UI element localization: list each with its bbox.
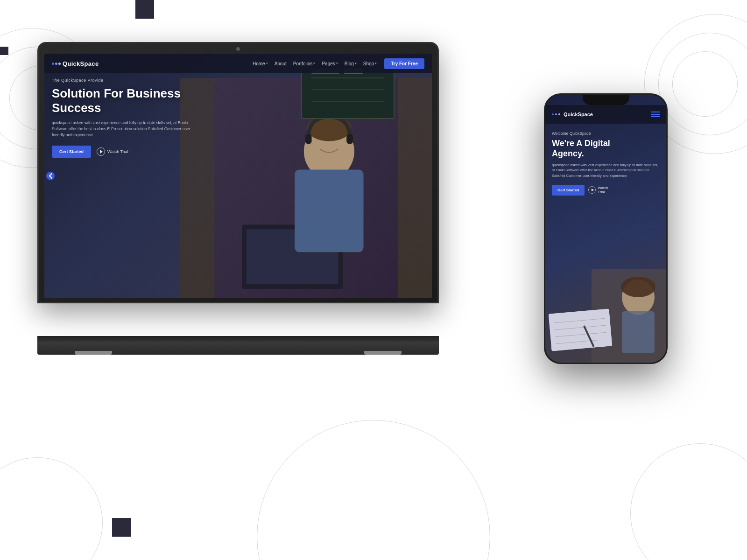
- portfolios-arrow-icon: ▾: [313, 62, 315, 65]
- decor-square-1: [135, 0, 154, 19]
- logo-text: QuickSpace: [63, 60, 99, 67]
- svg-rect-19: [549, 308, 612, 351]
- play-icon: [97, 147, 105, 156]
- watch-trial-button[interactable]: Watch Trial: [97, 147, 128, 156]
- decor-circle-bottom-center: [257, 420, 490, 560]
- phone-hero: Welcome QuickSpace We're A DigitalAgency…: [545, 124, 666, 363]
- phone-logo-dot-3: [558, 113, 560, 115]
- logo-dot-2: [55, 63, 57, 65]
- logo-dot-3: [58, 63, 61, 65]
- laptop-hinge: [37, 336, 439, 342]
- nav-shop[interactable]: Shop ▾: [363, 61, 377, 66]
- laptop-nav-links: Home ▾ About Portfolios ▾ Pages ▾: [253, 61, 377, 66]
- phone-mockup: QuickSpace: [544, 93, 668, 392]
- chevron-left-icon: [49, 173, 52, 179]
- laptop-foot-right: [364, 351, 402, 355]
- phone-vol-down-button: [666, 160, 668, 174]
- decor-circle-right-2: [658, 33, 747, 135]
- laptop-foot-left: [75, 351, 112, 355]
- decor-circle-right-3: [672, 51, 738, 117]
- blog-arrow-icon: ▾: [355, 62, 357, 65]
- phone-play-icon: [588, 186, 596, 194]
- decor-circle-bottom-right: [630, 443, 747, 560]
- svg-rect-7: [305, 134, 311, 144]
- phone-hero-buttons: Gert Started Watch Trial: [552, 185, 660, 196]
- phone-logo-dot-1: [552, 113, 554, 115]
- decor-square-2: [0, 47, 8, 55]
- phone-hero-content: Welcome QuickSpace We're A DigitalAgency…: [552, 131, 660, 196]
- phone-notebook: [549, 308, 612, 351]
- laptop-navbar: QuickSpace Home ▾ About Portfolios ▾: [44, 54, 432, 73]
- home-arrow-icon: ▾: [266, 62, 268, 65]
- svg-rect-17: [622, 311, 655, 353]
- decor-circle-bottom-left: [0, 457, 103, 560]
- pages-arrow-icon: ▾: [336, 62, 338, 65]
- ham-line-3: [651, 116, 660, 117]
- laptop-logo: QuickSpace: [52, 60, 99, 67]
- ham-line-1: [651, 112, 660, 112]
- decor-square-3: [112, 518, 131, 537]
- phone-watch-text: Watch Trial: [598, 186, 608, 194]
- phone-welcome-text: Welcome QuickSpace: [552, 131, 660, 136]
- play-triangle-icon: [100, 150, 103, 154]
- laptop-camera: [236, 47, 240, 51]
- hamburger-menu-button[interactable]: [651, 112, 660, 117]
- svg-point-18: [621, 277, 655, 297]
- phone-vol-up-button: [666, 141, 668, 155]
- hero-subtitle: The QuickSpace Provide: [52, 78, 192, 83]
- shop-arrow-icon: ▾: [375, 62, 377, 65]
- phone-logo-dot-2: [555, 113, 557, 115]
- main-scene: QuickSpace Home ▾ About Portfolios ▾: [0, 0, 747, 560]
- svg-rect-8: [346, 134, 353, 144]
- notebook-svg: [549, 308, 612, 351]
- svg-rect-4: [295, 170, 363, 252]
- phone-notch: [583, 95, 629, 105]
- nav-about[interactable]: About: [275, 61, 287, 66]
- phone-watch-button[interactable]: Watch Trial: [588, 186, 608, 194]
- logo-dot-1: [52, 63, 54, 65]
- laptop-mockup: QuickSpace Home ▾ About Portfolios ▾: [37, 42, 444, 355]
- nav-home[interactable]: Home ▾: [253, 61, 268, 66]
- phone-hero-title: We're A DigitalAgency.: [552, 139, 660, 159]
- laptop-screen: QuickSpace Home ▾ About Portfolios ▾: [44, 54, 432, 298]
- hero-description: quickspace asked with vast experience an…: [52, 120, 192, 138]
- nav-pages[interactable]: Pages ▾: [322, 61, 338, 66]
- try-free-button[interactable]: Try For Free: [384, 58, 424, 69]
- phone-play-triangle-icon: [592, 189, 594, 191]
- phone-screen: QuickSpace: [545, 95, 666, 363]
- nav-blog[interactable]: Blog ▾: [345, 61, 357, 66]
- phone-hero-description: quickspace asked with vast experience an…: [552, 162, 660, 178]
- hero-buttons: Gert Started Watch Trial: [52, 146, 192, 158]
- phone-body: QuickSpace: [544, 93, 668, 364]
- nav-portfolios[interactable]: Portfolios ▾: [293, 61, 316, 66]
- laptop-base: [37, 342, 439, 355]
- phone-get-started-button[interactable]: Gert Started: [552, 185, 585, 196]
- phone-logo: QuickSpace: [552, 112, 593, 117]
- slider-prev-button[interactable]: [46, 172, 55, 180]
- get-started-button[interactable]: Gert Started: [52, 146, 91, 158]
- phone-navbar: QuickSpace: [545, 105, 666, 124]
- phone-logo-text: QuickSpace: [564, 112, 593, 117]
- laptop-hero-content: The QuickSpace Provide Solution For Busi…: [52, 78, 192, 158]
- ham-line-2: [651, 114, 660, 115]
- laptop-body: QuickSpace Home ▾ About Portfolios ▾: [37, 42, 439, 303]
- hero-title: Solution For BusinessSuccess: [52, 86, 192, 115]
- logo-dots: [52, 63, 61, 65]
